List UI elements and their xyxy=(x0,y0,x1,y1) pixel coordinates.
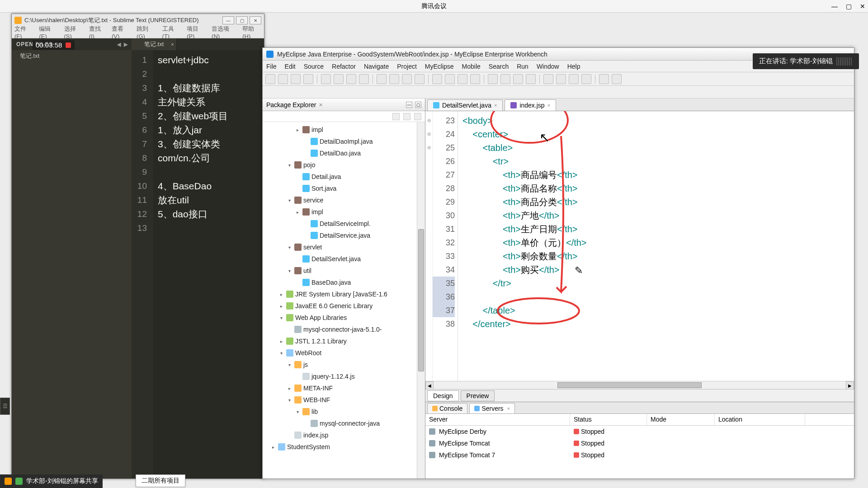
st-menu-item[interactable]: 跳到(G) xyxy=(137,25,156,40)
ec-menu-item[interactable]: Project xyxy=(397,63,417,70)
tree-item[interactable]: mysql-connector-java xyxy=(263,418,425,429)
toolbar-button[interactable] xyxy=(612,74,622,84)
tree-item[interactable]: DetailServlet.java xyxy=(263,253,425,265)
toolbar-button[interactable] xyxy=(265,74,275,84)
tree-item[interactable]: ▾WEB-INF xyxy=(263,394,425,406)
tree-item[interactable]: ▸StudentSystem xyxy=(263,441,425,453)
ec-menu-item[interactable]: Navigate xyxy=(364,63,389,70)
ec-menu-item[interactable]: Edit xyxy=(285,63,296,70)
ec-menu-item[interactable]: Help xyxy=(567,63,580,70)
tree-item[interactable]: DetailService.java xyxy=(263,230,425,241)
column-header[interactable]: Location xyxy=(715,414,805,425)
editor-hscrollbar[interactable]: ◀ ▶ xyxy=(425,381,854,389)
tree-item[interactable]: ▸JSTL 1.2.1 Library xyxy=(263,335,425,347)
minimize-icon[interactable]: — xyxy=(831,3,838,10)
view-min-icon[interactable]: — xyxy=(406,102,412,108)
open-file-item[interactable]: 笔记.txt xyxy=(12,50,132,62)
tree-scrollbar[interactable] xyxy=(417,122,425,479)
ec-menu-item[interactable]: File xyxy=(266,63,277,70)
st-menu-item[interactable]: 查看(V) xyxy=(112,25,130,40)
server-row[interactable]: MyEclipse DerbyStopped xyxy=(425,426,854,437)
toolbar-button[interactable] xyxy=(291,74,301,84)
code-content[interactable]: <body> <center> <table> <tr> <th>商品编号</t… xyxy=(458,111,854,381)
toolbar-button[interactable] xyxy=(278,74,288,84)
toolbar-button[interactable] xyxy=(389,74,399,84)
sidebar-collapse-handle[interactable]: ☰ xyxy=(0,398,10,415)
scroll-left-icon[interactable]: ◀ xyxy=(425,381,434,389)
toolbar-button[interactable] xyxy=(377,74,387,84)
toolbar-button[interactable] xyxy=(470,74,480,84)
st-close-icon[interactable]: ✕ xyxy=(250,16,261,24)
toolbar-button[interactable] xyxy=(543,74,553,84)
collapse-all-icon[interactable] xyxy=(392,113,400,120)
tree-item[interactable]: jquery-1.12.4.js xyxy=(263,371,425,382)
toolbar-button[interactable] xyxy=(415,74,425,84)
ec-menu-item[interactable]: Run xyxy=(517,63,528,70)
tree-item[interactable]: ▾lib xyxy=(263,406,425,418)
package-tree[interactable]: ▸implDetailDaoImpl.javaDetailDao.java▾po… xyxy=(263,122,425,479)
toolbar-button[interactable] xyxy=(513,74,523,84)
toolbar-button[interactable] xyxy=(432,74,442,84)
toolbar-button[interactable] xyxy=(569,74,579,84)
package-explorer-header[interactable]: Package Explorer × — ▢ xyxy=(263,99,425,111)
view-close-icon[interactable]: × xyxy=(319,101,323,108)
tree-item[interactable]: Sort.java xyxy=(263,183,425,194)
scroll-right-icon[interactable]: ▶ xyxy=(846,381,854,389)
tree-item[interactable]: ▸META-INF xyxy=(263,382,425,394)
tree-item[interactable]: ▾js xyxy=(263,359,425,371)
tree-item[interactable]: Detail.java xyxy=(263,171,425,183)
tree-item[interactable]: ▾Web App Libraries xyxy=(263,312,425,324)
tree-item[interactable]: ▸impl xyxy=(263,124,425,136)
column-header[interactable]: Mode xyxy=(647,414,715,425)
toolbar-button[interactable] xyxy=(321,74,331,84)
server-row[interactable]: MyEclipse Tomcat 7Stopped xyxy=(425,449,854,461)
toolbar-button[interactable] xyxy=(303,74,313,84)
st-menu-item[interactable]: 文件(F) xyxy=(14,25,33,40)
toolbar-button[interactable] xyxy=(346,74,356,84)
tree-item[interactable]: ▸impl xyxy=(263,206,425,218)
tree-item[interactable]: ▾util xyxy=(263,265,425,277)
eclipse-toolbar[interactable] xyxy=(263,72,854,86)
toolbar-button[interactable] xyxy=(402,74,412,84)
nav-left-icon[interactable]: ◀ xyxy=(117,42,121,47)
toolbar-button[interactable] xyxy=(359,74,369,84)
link-editor-icon[interactable] xyxy=(403,113,410,120)
tab-close-icon[interactable]: × xyxy=(494,103,497,108)
st-menu-item[interactable]: 首选项(N) xyxy=(212,25,236,40)
package-explorer-toolbar[interactable] xyxy=(263,111,425,122)
toolbar-button[interactable] xyxy=(526,74,536,84)
st-min-icon[interactable]: — xyxy=(222,16,234,24)
toolbar-button[interactable] xyxy=(581,74,591,84)
tab-close-icon[interactable]: × xyxy=(547,103,550,108)
st-menu-item[interactable]: 选择(S) xyxy=(64,25,83,40)
ec-menu-item[interactable]: Refactor xyxy=(332,63,356,70)
sublime-sidebar[interactable]: OPEN FILES ◀▶ 笔记.txt xyxy=(12,38,132,479)
sublime-code-lines[interactable]: servlet+jdbc 1、创建数据库 主外键关系2、创建web项目 1、放入… xyxy=(153,50,228,479)
tab-close-icon[interactable]: × xyxy=(171,42,174,47)
sublime-editor[interactable]: 12345678910111213 servlet+jdbc 1、创建数据库 主… xyxy=(132,50,264,479)
tree-item[interactable]: mysql-connector-java-5.1.0- xyxy=(263,324,425,335)
column-header[interactable]: Status xyxy=(570,414,647,425)
st-menu-item[interactable]: 查找(I) xyxy=(89,25,105,40)
maximize-icon[interactable]: ▢ xyxy=(846,3,852,10)
tree-item[interactable]: ▾WebRoot xyxy=(263,347,425,359)
toolbar-button[interactable] xyxy=(458,74,467,84)
tree-item[interactable]: DetailDao.java xyxy=(263,147,425,159)
toolbar-button[interactable] xyxy=(334,74,344,84)
ec-menu-item[interactable]: Source xyxy=(304,63,324,70)
sublime-menubar[interactable]: 文件(F)编辑(E)选择(S)查找(I)查看(V)跳到(G)工具(T)项目(P)… xyxy=(12,27,264,38)
ec-menu-item[interactable]: MyEclipse xyxy=(425,63,454,70)
tab-close-icon[interactable]: × xyxy=(507,406,510,411)
tree-item[interactable]: ▾pojo xyxy=(263,159,425,171)
fold-column[interactable]: ⊖⊖⊖ xyxy=(425,111,433,381)
editor-tab[interactable]: DetailServlet.java× xyxy=(427,99,503,111)
eclipse-toolbar-2[interactable] xyxy=(263,86,854,99)
toolbar-button[interactable] xyxy=(500,74,510,84)
tree-item[interactable]: ▸JRE System Library [JavaSE-1.6 xyxy=(263,288,425,300)
editor-tab[interactable]: index.jsp× xyxy=(505,99,556,111)
bottom-panel-tab[interactable]: Servers× xyxy=(469,403,515,413)
st-menu-item[interactable]: 帮助(H) xyxy=(242,25,261,40)
nav-right-icon[interactable]: ▶ xyxy=(124,42,128,47)
tree-item[interactable]: DetailDaoImpl.java xyxy=(263,136,425,147)
view-max-icon[interactable]: ▢ xyxy=(415,102,421,108)
